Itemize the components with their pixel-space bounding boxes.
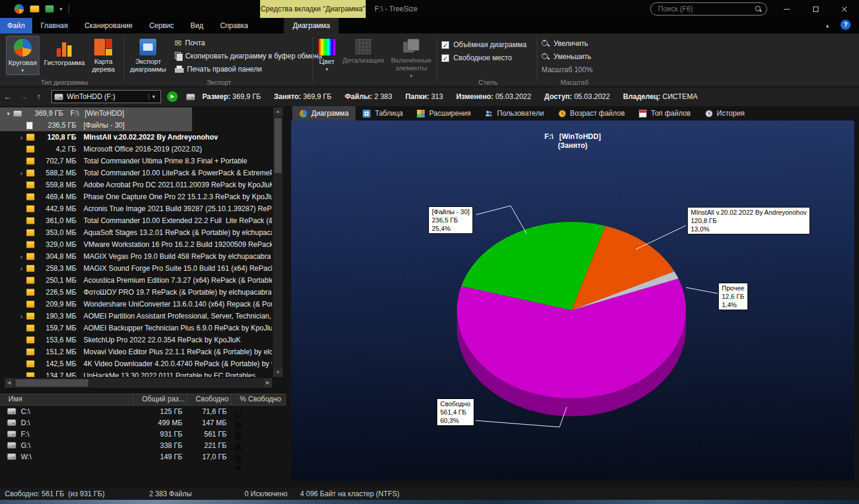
tree-row[interactable]: 159,7 МБAOMEI Backupper Technician Plus …	[0, 322, 272, 334]
tree-row[interactable]: 236,5 ГБ[Файлы - 30]	[0, 119, 272, 131]
tab-service[interactable]: Сервис	[141, 18, 182, 33]
drive-selector-dropdown-icon[interactable]: ▾	[149, 94, 158, 100]
forward-icon[interactable]: →	[16, 92, 31, 101]
print-right-panel-button[interactable]: Печать правой панели	[175, 63, 322, 75]
start-scan-button[interactable]: ▶	[167, 91, 178, 102]
open-folder-icon[interactable]	[30, 5, 39, 13]
treemap-button[interactable]: Карта дерева	[89, 36, 117, 75]
expand-icon[interactable]: ›	[17, 265, 26, 272]
tree-row[interactable]: 226,5 МБФотоШОУ PRO 19.7 RePack (& Porta…	[0, 286, 272, 298]
column-header-name[interactable]: Имя	[0, 394, 134, 406]
volume-chart-checkbox-row[interactable]: ✓ Объёмная диаграмма	[441, 38, 534, 51]
drive-row[interactable]: C:\125 ГБ71,6 ГБ57 %	[0, 406, 286, 417]
close-button[interactable]	[830, 0, 858, 18]
tree-row[interactable]: ›120,8 ГБMInstAll v.20.02.2022 By Andrey…	[0, 131, 272, 143]
tab-help[interactable]: Справка	[212, 18, 257, 33]
tree-row[interactable]: 209,9 МБWondershare UniConverter 13.6.0.…	[0, 298, 272, 310]
column-header-free[interactable]: Свободно	[187, 394, 231, 406]
tab-file[interactable]: Файл	[0, 18, 32, 33]
export-chart-button[interactable]: Экспорт диаграммы	[128, 36, 169, 75]
tree-row[interactable]: 142,5 МБ4K Video Downloader 4.20.0.4740 …	[0, 358, 272, 370]
tree-row[interactable]: 134,7 МБUnHackMe 13.30.2022.0111 Portabl…	[0, 370, 272, 377]
histogram-button[interactable]: Гистограмма	[42, 36, 87, 75]
column-header-percent[interactable]: % Свободно	[231, 394, 285, 406]
tab-extensions[interactable]: Расширения	[410, 106, 478, 120]
folder-icon	[26, 360, 35, 367]
tree-vertical-scrollbar[interactable]: ▲ ▼	[273, 107, 283, 377]
tab-diagram[interactable]: Диаграмма	[292, 106, 356, 120]
drive-row[interactable]: F:\931 ГБ561 ГБ60 %	[0, 428, 286, 440]
tree-row[interactable]: 442,9 МБAcronis True Image 2021 Build 39…	[0, 203, 272, 215]
tab-top-files[interactable]: Топ файлов	[632, 106, 697, 120]
volume-chart-checkbox[interactable]: ✓	[441, 41, 449, 49]
tree-row[interactable]: 329,0 МБVMware Workstation 16 Pro 16.2.2…	[0, 239, 272, 251]
expand-icon[interactable]: ›	[17, 313, 26, 320]
drive-row[interactable]: G:\338 ГБ221 ГБ65 %	[0, 440, 286, 451]
pie-chart-panel[interactable]: F:\ [WinToHDD](Занято) [Файлы - 30]236,5…	[291, 120, 854, 481]
pie-chart-button[interactable]: Круговая ▾	[6, 36, 39, 75]
zoom-in-button[interactable]: + Увеличить	[542, 37, 607, 50]
zoom-level[interactable]: Масштаб 100%	[542, 63, 607, 76]
tree-row[interactable]: 353,0 МБAquaSoft Stages 13.2.01 RePack (…	[0, 227, 272, 239]
pie-chart[interactable]	[291, 120, 854, 481]
quick-chart-icon[interactable]	[45, 5, 54, 13]
tree-row[interactable]: 153,6 МБSketchUp Pro 2022 22.0.354 RePac…	[0, 334, 272, 346]
expand-icon[interactable]: ›	[17, 253, 26, 260]
color-dropdown-icon[interactable]: ▾	[326, 66, 329, 72]
expand-icon[interactable]: ›	[17, 170, 26, 177]
search-box[interactable]	[650, 2, 767, 16]
back-icon[interactable]: ←	[0, 92, 16, 101]
quick-access-dropdown-icon[interactable]: ▾	[60, 6, 63, 12]
minimize-button[interactable]	[773, 0, 801, 18]
expand-icon[interactable]: ›	[17, 134, 26, 141]
tree-row[interactable]: ›304,8 МБMAGIX Vegas Pro 19.0 Build 458 …	[0, 251, 272, 262]
tree-row[interactable]: ›190,3 МБAOMEI Partition Assistant Profe…	[0, 310, 272, 322]
free-space-checkbox[interactable]: ✓	[441, 54, 449, 62]
scroll-up-icon[interactable]: ▲	[273, 107, 283, 116]
tree-row[interactable]: 469,4 МБPhase One Capture One Pro 22 15.…	[0, 191, 272, 203]
drive-row[interactable]: D:\499 МБ147 МБ30 %	[0, 417, 286, 428]
mail-button[interactable]: ✉ Почта	[175, 37, 322, 49]
tree-row[interactable]: 361,0 МБTotal Commander 10.00 Extended 2…	[0, 215, 272, 227]
folder-icon	[26, 277, 35, 284]
scroll-right-icon[interactable]: ▶	[264, 378, 272, 388]
drive-selector[interactable]: WinToHDD (F:) ▾	[51, 90, 161, 103]
scroll-down-icon[interactable]: ▼	[273, 369, 283, 377]
tree-row[interactable]: 250,1 МБAcoustica Premium Edition 7.3.27…	[0, 274, 272, 286]
tree-row[interactable]: 702,7 МБTotal Commander Ultima Prime 8.3…	[0, 155, 272, 167]
collapse-icon[interactable]: ▾	[4, 110, 13, 117]
color-button[interactable]: Цвет ▾	[316, 36, 338, 81]
tree-hscroll-thumb[interactable]	[16, 379, 88, 386]
item-size: 236,5 ГБ	[38, 121, 76, 129]
tab-view[interactable]: Вид	[182, 18, 212, 33]
tree-row[interactable]: 151,2 МБMovavi Video Editor Plus 22.1.1 …	[0, 346, 272, 358]
zoom-out-button[interactable]: − Уменьшить	[542, 50, 607, 63]
scroll-left-icon[interactable]: ◀	[5, 378, 13, 388]
copy-chart-button[interactable]: Скопировать диаграмму в буфер обмена	[175, 50, 322, 62]
tab-chart[interactable]: Диаграмма	[284, 18, 339, 33]
tree-row[interactable]: ▾369,9 ГБF:\ [WinToHDD]	[0, 107, 272, 119]
item-size: 159,7 МБ	[38, 324, 76, 332]
tree-row[interactable]: 559,8 МБAdobe Acrobat Pro DC 2021.011.20…	[0, 179, 272, 191]
column-header-total[interactable]: Общий раз...	[134, 394, 187, 406]
tab-scan[interactable]: Сканирование	[76, 18, 141, 33]
tree-vscroll-thumb[interactable]	[274, 118, 282, 173]
tree-row[interactable]: 4,2 ГБMicrosoft Office 2016-2019 (2022.0…	[0, 143, 272, 155]
search-input[interactable]	[658, 5, 755, 13]
tree-row[interactable]: ›258,3 МБMAGIX Sound Forge Pro Suite 15.…	[0, 262, 272, 274]
tab-file-age[interactable]: Возраст файлов	[551, 106, 632, 120]
tree-row[interactable]: ›588,2 МБTotal Commander 10.00 LitePack …	[0, 167, 272, 179]
free-space-checkbox-row[interactable]: ✓ Свободное место	[441, 51, 534, 64]
pie-dropdown-icon[interactable]: ▾	[21, 67, 24, 73]
tree-horizontal-scrollbar[interactable]: ◀ ▶	[5, 378, 272, 388]
tab-table[interactable]: Таблица	[356, 106, 410, 120]
tab-history[interactable]: История	[698, 106, 752, 120]
up-icon[interactable]: ↑	[31, 92, 47, 101]
collapse-ribbon-icon[interactable]: ▴	[821, 18, 834, 33]
tab-home[interactable]: Главная	[32, 18, 76, 33]
tab-users[interactable]: Пользователи	[478, 106, 551, 120]
drive-row[interactable]: W:\149 ГБ17,0 ГБ11 %	[0, 451, 286, 462]
search-icon[interactable]	[755, 6, 762, 13]
help-icon[interactable]: ?	[841, 20, 851, 30]
maximize-button[interactable]	[802, 0, 829, 18]
